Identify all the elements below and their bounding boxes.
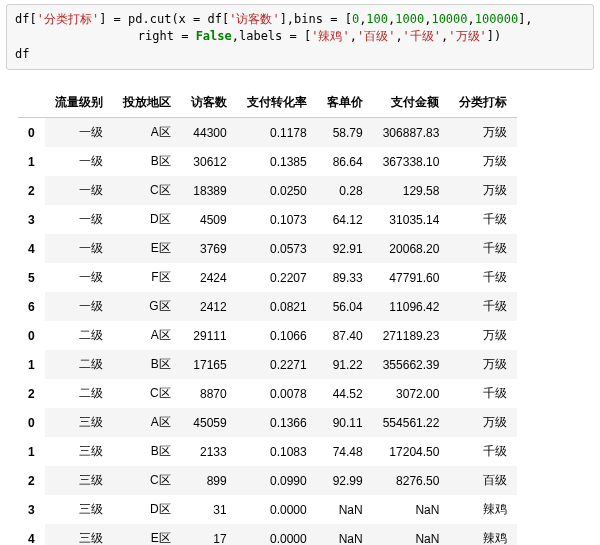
dataframe-table: 流量级别 投放地区 访客数 支付转化率 客单价 支付金额 分类打标 0一级A区4… xyxy=(18,88,517,545)
cell: 千级 xyxy=(449,205,517,234)
cell: 三级 xyxy=(45,524,113,545)
row-index: 3 xyxy=(18,205,45,234)
cell: 二级 xyxy=(45,350,113,379)
cell: 47791.60 xyxy=(373,263,450,292)
cell: 千级 xyxy=(449,437,517,466)
cell: E区 xyxy=(113,524,181,545)
cell: 18389 xyxy=(181,176,237,205)
cell: 8276.50 xyxy=(373,466,450,495)
row-index: 2 xyxy=(18,176,45,205)
col-header: 支付金额 xyxy=(373,88,450,118)
row-index: 0 xyxy=(18,118,45,148)
table-row: 2三级C区8990.099092.998276.50百级 xyxy=(18,466,517,495)
cell: 万级 xyxy=(449,176,517,205)
cell: E区 xyxy=(113,234,181,263)
cell: 一级 xyxy=(45,205,113,234)
cell: 17 xyxy=(181,524,237,545)
cell: C区 xyxy=(113,176,181,205)
cell: 万级 xyxy=(449,408,517,437)
table-body: 0一级A区443000.117858.79306887.83万级1一级B区306… xyxy=(18,118,517,545)
table-row: 0三级A区450590.136690.11554561.22万级 xyxy=(18,408,517,437)
code-text: df['分类打标'] = pd.cut(x = df['访客数'],bins =… xyxy=(15,12,533,61)
cell: 0.1385 xyxy=(237,147,317,176)
table-row: 1三级B区21330.108374.4817204.50千级 xyxy=(18,437,517,466)
cell: NaN xyxy=(317,495,373,524)
cell: 271189.23 xyxy=(373,321,450,350)
cell: 千级 xyxy=(449,234,517,263)
cell: 2412 xyxy=(181,292,237,321)
cell: C区 xyxy=(113,379,181,408)
table-row: 3三级D区310.0000NaNNaN辣鸡 xyxy=(18,495,517,524)
cell: 11096.42 xyxy=(373,292,450,321)
table-row: 5一级F区24240.220789.3347791.60千级 xyxy=(18,263,517,292)
table-header: 流量级别 投放地区 访客数 支付转化率 客单价 支付金额 分类打标 xyxy=(18,88,517,118)
cell: 二级 xyxy=(45,321,113,350)
cell: 306887.83 xyxy=(373,118,450,148)
col-header: 流量级别 xyxy=(45,88,113,118)
col-header: 客单价 xyxy=(317,88,373,118)
cell: 29111 xyxy=(181,321,237,350)
cell: 0.1366 xyxy=(237,408,317,437)
cell: 2133 xyxy=(181,437,237,466)
cell: 64.12 xyxy=(317,205,373,234)
table-row: 0一级A区443000.117858.79306887.83万级 xyxy=(18,118,517,148)
cell: 0.1083 xyxy=(237,437,317,466)
cell: 58.79 xyxy=(317,118,373,148)
cell: 4509 xyxy=(181,205,237,234)
cell: 899 xyxy=(181,466,237,495)
cell: 辣鸡 xyxy=(449,524,517,545)
cell: 三级 xyxy=(45,466,113,495)
cell: 0.28 xyxy=(317,176,373,205)
cell: NaN xyxy=(317,524,373,545)
cell: 三级 xyxy=(45,408,113,437)
cell: 0.0250 xyxy=(237,176,317,205)
table-row: 2二级C区88700.007844.523072.00千级 xyxy=(18,379,517,408)
cell: 0.0000 xyxy=(237,495,317,524)
cell: 56.04 xyxy=(317,292,373,321)
cell: D区 xyxy=(113,495,181,524)
cell: 3769 xyxy=(181,234,237,263)
row-index: 4 xyxy=(18,234,45,263)
row-index: 1 xyxy=(18,437,45,466)
row-index: 2 xyxy=(18,466,45,495)
cell: 367338.10 xyxy=(373,147,450,176)
cell: B区 xyxy=(113,350,181,379)
cell: 百级 xyxy=(449,466,517,495)
cell: 31035.14 xyxy=(373,205,450,234)
col-header: 支付转化率 xyxy=(237,88,317,118)
cell: 辣鸡 xyxy=(449,495,517,524)
cell: 0.0000 xyxy=(237,524,317,545)
row-index: 1 xyxy=(18,147,45,176)
row-index: 2 xyxy=(18,379,45,408)
table-row: 0二级A区291110.106687.40271189.23万级 xyxy=(18,321,517,350)
cell: 3072.00 xyxy=(373,379,450,408)
cell: 45059 xyxy=(181,408,237,437)
cell: D区 xyxy=(113,205,181,234)
cell: 86.64 xyxy=(317,147,373,176)
row-index: 0 xyxy=(18,321,45,350)
cell: 0.1178 xyxy=(237,118,317,148)
col-header: 投放地区 xyxy=(113,88,181,118)
cell: 千级 xyxy=(449,263,517,292)
row-index: 4 xyxy=(18,524,45,545)
cell: F区 xyxy=(113,263,181,292)
cell: A区 xyxy=(113,408,181,437)
cell: 17165 xyxy=(181,350,237,379)
cell: 0.2271 xyxy=(237,350,317,379)
cell: 0.2207 xyxy=(237,263,317,292)
cell: 三级 xyxy=(45,495,113,524)
table-row: 2一级C区183890.02500.28129.58万级 xyxy=(18,176,517,205)
cell: 20068.20 xyxy=(373,234,450,263)
code-input-cell[interactable]: df['分类打标'] = pd.cut(x = df['访客数'],bins =… xyxy=(6,4,594,70)
row-index: 0 xyxy=(18,408,45,437)
cell: 87.40 xyxy=(317,321,373,350)
index-header xyxy=(18,88,45,118)
cell: 89.33 xyxy=(317,263,373,292)
cell: C区 xyxy=(113,466,181,495)
cell: 0.0078 xyxy=(237,379,317,408)
cell: 92.91 xyxy=(317,234,373,263)
cell: NaN xyxy=(373,524,450,545)
cell: A区 xyxy=(113,118,181,148)
row-index: 1 xyxy=(18,350,45,379)
cell: 万级 xyxy=(449,321,517,350)
